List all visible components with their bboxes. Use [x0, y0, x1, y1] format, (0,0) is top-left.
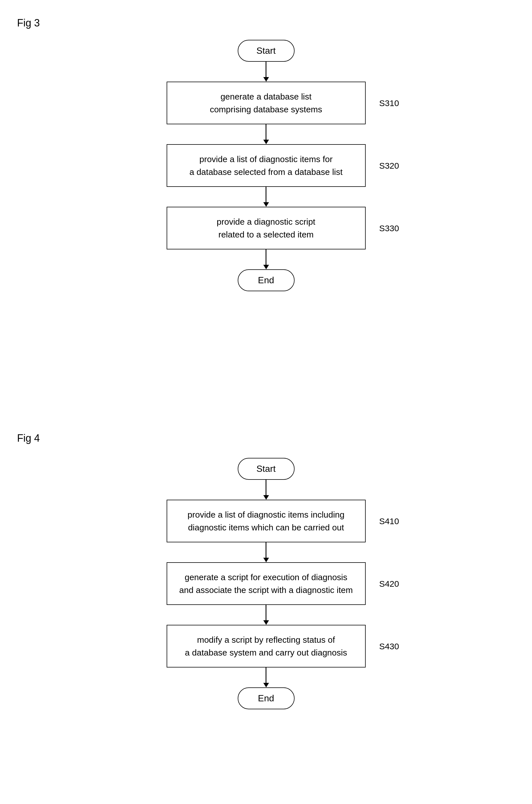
fig4-start: Start [238, 458, 294, 480]
fig4-arrow-4 [263, 668, 269, 687]
fig3-step-s330-label: S330 [379, 222, 399, 235]
fig4-step-s410: provide a list of diagnostic items inclu… [167, 500, 366, 542]
fig4-step-s410-label: S410 [379, 515, 399, 527]
fig3-label: Fig 3 [17, 17, 40, 29]
fig4-arrow-2 [263, 542, 269, 562]
fig4-label: Fig 4 [17, 432, 40, 444]
fig3-arrow-4 [263, 249, 269, 269]
fig3-arrow-2 [263, 124, 269, 144]
fig4-arrow-3 [263, 605, 269, 625]
fig4-step-s420: generate a script for execution of diagn… [167, 562, 366, 605]
fig3-flowchart: Start generate a database list comprisin… [167, 40, 366, 291]
fig3-step-s330: provide a diagnostic script related to a… [167, 207, 366, 249]
fig3-step-s310: generate a database list comprising data… [167, 82, 366, 124]
fig4-flowchart: Start provide a list of diagnostic items… [167, 458, 366, 709]
fig3-step-s320: provide a list of diagnostic items for a… [167, 144, 366, 187]
fig3-arrow-1 [263, 62, 269, 82]
fig4-step-s420-label: S420 [379, 577, 399, 590]
fig3-step-s320-label: S320 [379, 159, 399, 172]
fig3-arrow-3 [263, 187, 269, 207]
fig4-step-s430-label: S430 [379, 640, 399, 653]
fig4-step-s430: modify a script by reflecting status of … [167, 625, 366, 668]
fig3-end: End [238, 269, 294, 291]
fig4-arrow-1 [263, 480, 269, 500]
fig3-start: Start [238, 40, 294, 62]
fig4-end: End [238, 687, 294, 709]
fig3-step-s310-label: S310 [379, 97, 399, 110]
